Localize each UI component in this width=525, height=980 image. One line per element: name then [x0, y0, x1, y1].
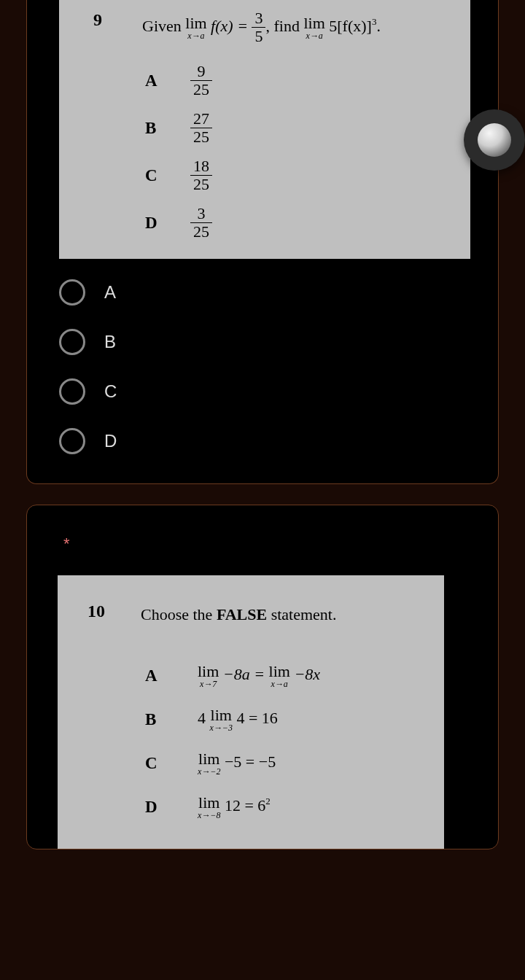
- option-D: D limx→−8 12 = 62: [79, 795, 422, 820]
- choice-label: B: [104, 332, 116, 352]
- option-C: C 1825: [81, 158, 448, 192]
- question-image-10: 10 Choose the FALSE statement. A limx→7 …: [58, 575, 444, 849]
- option-D: D 325: [81, 206, 448, 240]
- answer-choice-D[interactable]: D: [59, 428, 466, 454]
- assistive-touch-icon: [478, 123, 511, 157]
- question-text: Given limx→a f(x) = 35, find limx→a 5[f(…: [142, 10, 448, 44]
- answer-choices-9: A B C D: [27, 259, 498, 483]
- question-text: Choose the FALSE statement.: [141, 602, 422, 627]
- option-B: B 2725: [81, 111, 448, 145]
- question-card-10: * 10 Choose the FALSE statement. A limx→…: [26, 505, 499, 849]
- choice-label: A: [104, 282, 116, 303]
- radio-icon: [59, 279, 85, 306]
- assistive-touch-button[interactable]: [464, 109, 525, 171]
- answer-choice-B[interactable]: B: [59, 329, 466, 355]
- question-card-9: 9 Given limx→a f(x) = 35, find limx→a 5[…: [26, 0, 499, 484]
- question-number: 9: [81, 10, 114, 30]
- radio-icon: [59, 378, 85, 405]
- option-A: A 925: [81, 63, 448, 98]
- answer-choice-C[interactable]: C: [59, 378, 466, 405]
- radio-icon: [59, 428, 85, 454]
- answer-choice-A[interactable]: A: [59, 279, 466, 306]
- option-C: C limx→−2 −5 = −5: [79, 751, 422, 776]
- radio-icon: [59, 329, 85, 355]
- question-image-9: 9 Given limx→a f(x) = 35, find limx→a 5[…: [59, 0, 470, 259]
- option-B: B 4 limx→−3 4 = 16: [79, 707, 422, 732]
- choice-label: D: [104, 431, 117, 451]
- question-number: 10: [79, 602, 113, 621]
- choice-label: C: [104, 381, 117, 402]
- required-marker: *: [27, 534, 498, 575]
- option-A: A limx→7 −8a = limx→a −8x: [79, 664, 422, 688]
